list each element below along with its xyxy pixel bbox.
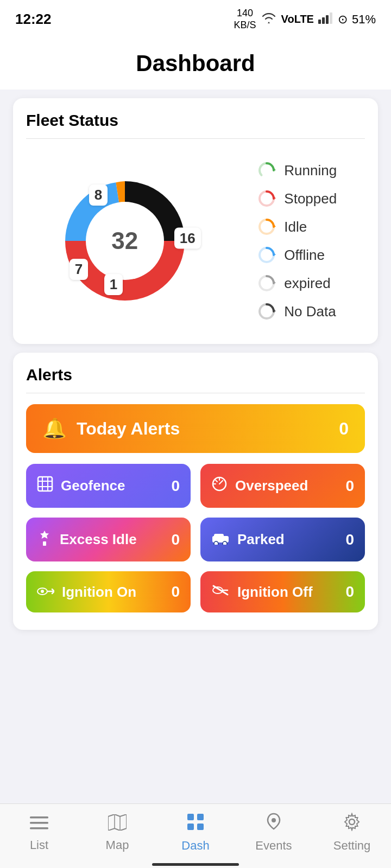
overspeed-label: Overspeed xyxy=(235,477,308,494)
ignition-on-icon xyxy=(37,583,54,601)
legend-nodata-label: No Data xyxy=(284,303,336,320)
nav-map[interactable]: Map xyxy=(96,814,139,852)
svg-rect-34 xyxy=(30,822,48,824)
seg-label-7: 7 xyxy=(70,259,88,280)
seg-label-16: 16 xyxy=(174,227,201,248)
expired-icon xyxy=(257,273,276,293)
svg-marker-36 xyxy=(108,814,127,831)
alerts-card: Alerts 🔔 Today Alerts 0 xyxy=(13,353,378,630)
running-icon xyxy=(257,161,276,180)
legend-idle: Idle xyxy=(257,217,337,237)
svg-rect-23 xyxy=(214,534,224,538)
today-alerts-label: Today Alerts xyxy=(77,419,180,439)
overspeed-alert[interactable]: Overspeed 0 xyxy=(200,464,365,508)
svg-rect-2 xyxy=(326,15,329,24)
wifi-icon xyxy=(261,12,277,27)
legend-offline-label: Offline xyxy=(284,247,325,264)
today-alerts-left: 🔔 Today Alerts xyxy=(42,417,180,440)
nav-dash[interactable]: Dash xyxy=(174,813,217,853)
geofence-alert[interactable]: Geofence 0 xyxy=(26,464,191,508)
svg-point-43 xyxy=(272,818,276,822)
svg-point-27 xyxy=(41,590,44,593)
fleet-chart-area: 32 8 16 7 1 Running xyxy=(26,150,365,327)
ignition-off-label: Ignition Off xyxy=(237,584,313,601)
nav-list[interactable]: List xyxy=(17,814,61,852)
status-icons: 140KB/S VoLTE ⊙ 51% xyxy=(234,8,376,31)
stopped-icon xyxy=(257,189,276,208)
excess-idle-label: Excess Idle xyxy=(60,531,137,548)
svg-rect-33 xyxy=(30,816,48,819)
nodata-icon xyxy=(257,302,276,321)
today-alerts-count: 0 xyxy=(339,419,349,439)
svg-point-25 xyxy=(223,541,227,545)
svg-rect-39 xyxy=(187,814,194,820)
parked-label: Parked xyxy=(237,531,285,548)
today-alerts-button[interactable]: 🔔 Today Alerts 0 xyxy=(26,404,365,453)
home-indicator xyxy=(0,863,391,866)
ignition-off-icon xyxy=(211,583,230,601)
svg-rect-21 xyxy=(43,541,46,546)
geofence-icon xyxy=(37,476,53,496)
excess-idle-alert[interactable]: Excess Idle 0 xyxy=(26,518,191,561)
ignition-on-count: 0 xyxy=(171,583,180,601)
svg-rect-35 xyxy=(30,827,48,829)
battery-percent: 51% xyxy=(352,12,376,27)
donut-center-value: 32 xyxy=(95,211,155,271)
setting-icon xyxy=(343,813,361,835)
lte-icon: VoLTE xyxy=(281,13,314,25)
status-bar: 12:22 140KB/S VoLTE ⊙ 51% xyxy=(0,0,391,35)
dash-icon xyxy=(186,813,205,835)
parked-alert[interactable]: Parked 0 xyxy=(200,518,365,561)
svg-rect-11 xyxy=(38,477,52,491)
today-alerts-icon: 🔔 xyxy=(42,417,67,440)
svg-line-20 xyxy=(219,481,223,484)
nav-map-label: Map xyxy=(106,838,129,852)
fleet-status-title: Fleet Status xyxy=(26,111,365,130)
svg-rect-42 xyxy=(197,824,204,830)
status-time: 12:22 xyxy=(15,11,52,28)
svg-rect-0 xyxy=(318,20,321,24)
nav-dash-label: Dash xyxy=(181,839,209,853)
overspeed-count: 0 xyxy=(345,477,354,495)
alerts-grid: Geofence 0 Overspeed 0 xyxy=(26,464,365,612)
legend-expired: expired xyxy=(257,273,337,293)
nav-events[interactable]: Events xyxy=(252,813,295,853)
map-icon xyxy=(108,814,127,835)
seg-label-8: 8 xyxy=(89,184,108,206)
list-icon xyxy=(30,814,48,835)
nav-setting[interactable]: Setting xyxy=(330,813,374,853)
legend-running-label: Running xyxy=(284,162,337,179)
geofence-count: 0 xyxy=(171,477,180,495)
fleet-legend: Running Stopped xyxy=(251,161,337,321)
svg-rect-3 xyxy=(330,12,332,24)
idle-icon xyxy=(257,217,276,237)
svg-rect-40 xyxy=(197,814,204,820)
legend-idle-label: Idle xyxy=(284,219,307,235)
alerts-title: Alerts xyxy=(26,366,365,384)
excess-idle-icon xyxy=(37,529,52,550)
svg-line-18 xyxy=(216,480,217,482)
page-title: Dashboard xyxy=(0,35,391,90)
home-bar xyxy=(152,863,239,866)
svg-rect-41 xyxy=(187,824,194,830)
ignition-off-alert[interactable]: Ignition Off 0 xyxy=(200,571,365,612)
ignition-on-label: Ignition On xyxy=(62,584,136,601)
nav-events-label: Events xyxy=(255,839,292,853)
parked-icon xyxy=(211,531,230,548)
nav-setting-label: Setting xyxy=(333,839,371,853)
ignition-off-count: 0 xyxy=(345,583,354,601)
nav-list-label: List xyxy=(30,838,48,852)
overspeed-icon xyxy=(211,476,228,496)
ignition-on-alert[interactable]: Ignition On 0 xyxy=(26,571,191,612)
seg-label-1: 1 xyxy=(104,274,123,295)
svg-point-44 xyxy=(349,819,355,825)
parked-count: 0 xyxy=(345,531,354,548)
legend-stopped: Stopped xyxy=(257,189,337,208)
signal-icon xyxy=(318,12,333,27)
bottom-nav: List Map Dash xyxy=(0,803,391,868)
geofence-label: Geofence xyxy=(61,477,125,494)
fleet-status-card: Fleet Status 32 8 16 7 1 xyxy=(13,98,378,344)
events-icon xyxy=(266,813,282,835)
legend-expired-label: expired xyxy=(284,275,330,292)
excess-idle-count: 0 xyxy=(171,531,180,548)
